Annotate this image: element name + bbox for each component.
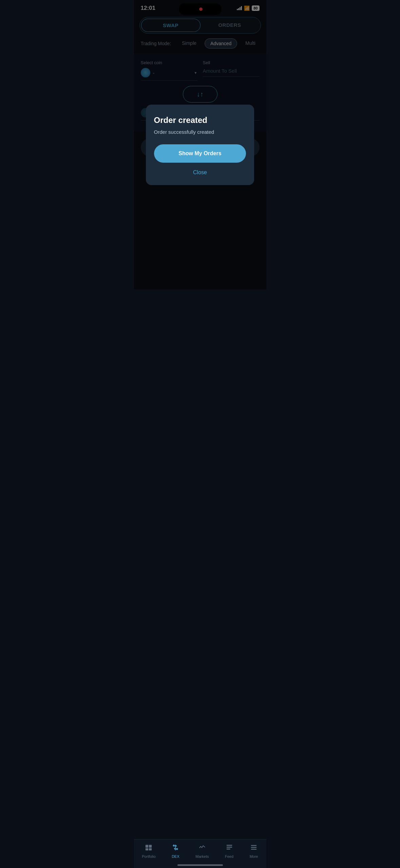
modal-title: Order created [154, 115, 246, 125]
modal-overlay: Order created Order successfully created… [134, 0, 266, 289]
modal-message: Order successfully created [154, 129, 246, 135]
order-created-modal: Order created Order successfully created… [146, 105, 254, 185]
show-my-orders-button[interactable]: Show My Orders [154, 144, 246, 163]
close-button[interactable]: Close [154, 169, 246, 176]
page-wrapper: 12:01 📶 80 SWAP ORDERS Trading Mode: Sim… [134, 0, 266, 289]
